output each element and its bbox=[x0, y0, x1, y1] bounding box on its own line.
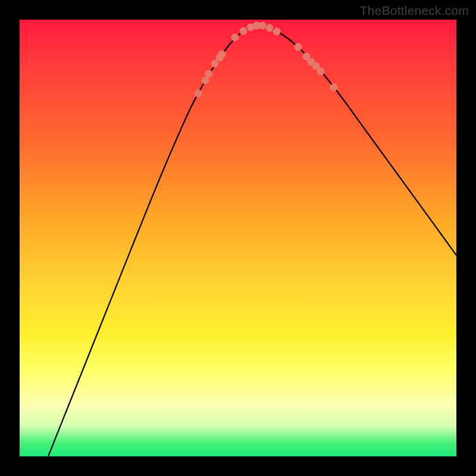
marker-point bbox=[195, 90, 202, 98]
watermark-text: TheBottleneck.com bbox=[360, 4, 469, 18]
marker-point bbox=[205, 70, 213, 78]
marker-point bbox=[266, 24, 274, 32]
marker-point bbox=[218, 51, 226, 58]
marker-point bbox=[240, 27, 248, 35]
marker-point bbox=[202, 77, 209, 84]
marker-point bbox=[330, 84, 338, 92]
bottleneck-curve bbox=[48, 25, 456, 456]
chart-frame: TheBottleneck.com bbox=[0, 0, 476, 476]
marker-point bbox=[317, 68, 325, 76]
curve-svg bbox=[20, 20, 456, 456]
plot-area bbox=[20, 20, 456, 456]
marker-point bbox=[231, 34, 239, 42]
marker-point bbox=[273, 28, 281, 36]
highlight-markers bbox=[195, 22, 338, 98]
marker-point bbox=[259, 22, 267, 30]
marker-point bbox=[295, 43, 302, 51]
